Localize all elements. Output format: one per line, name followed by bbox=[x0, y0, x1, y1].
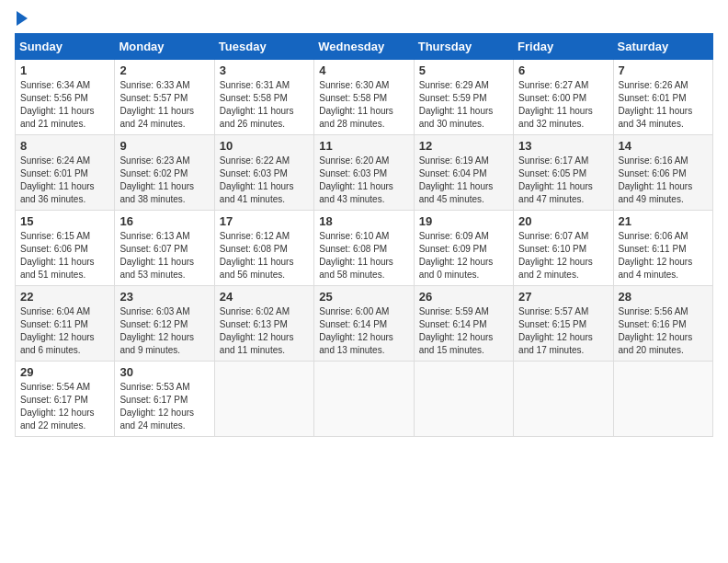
day-info: Sunrise: 6:31 AM Sunset: 5:58 PM Dayligh… bbox=[220, 79, 309, 131]
sunrise-label: Sunrise: 6:03 AM bbox=[119, 306, 189, 316]
calendar-day-cell bbox=[613, 362, 712, 437]
daylight-label: Daylight: 12 hours and 2 minutes. bbox=[518, 257, 593, 280]
day-info: Sunrise: 6:20 AM Sunset: 6:03 PM Dayligh… bbox=[319, 155, 408, 206]
sunset-label: Sunset: 6:01 PM bbox=[619, 93, 687, 103]
sunrise-label: Sunrise: 6:09 AM bbox=[419, 231, 489, 241]
day-number: 2 bbox=[119, 63, 209, 77]
day-info: Sunrise: 5:54 AM Sunset: 6:17 PM Dayligh… bbox=[20, 381, 109, 432]
calendar-day-cell: 27 Sunrise: 5:57 AM Sunset: 6:15 PM Dayl… bbox=[514, 286, 613, 362]
daylight-label: Daylight: 12 hours and 22 minutes. bbox=[20, 408, 95, 431]
calendar-day-cell: 17 Sunrise: 6:12 AM Sunset: 6:08 PM Dayl… bbox=[214, 211, 313, 286]
calendar-day-cell: 12 Sunrise: 6:19 AM Sunset: 6:04 PM Dayl… bbox=[414, 135, 513, 211]
sunset-label: Sunset: 6:17 PM bbox=[20, 395, 88, 405]
calendar-header-row: SundayMondayTuesdayWednesdayThursdayFrid… bbox=[16, 34, 713, 60]
sunrise-label: Sunrise: 6:06 AM bbox=[619, 231, 688, 241]
sunset-label: Sunset: 6:17 PM bbox=[119, 395, 188, 405]
calendar-week-row: 29 Sunrise: 5:54 AM Sunset: 6:17 PM Dayl… bbox=[16, 362, 713, 437]
day-number: 5 bbox=[419, 63, 508, 77]
sunrise-label: Sunrise: 6:34 AM bbox=[20, 80, 90, 90]
day-number: 24 bbox=[220, 290, 309, 304]
calendar-day-cell: 20 Sunrise: 6:07 AM Sunset: 6:10 PM Dayl… bbox=[514, 211, 613, 286]
daylight-label: Daylight: 12 hours and 17 minutes. bbox=[518, 332, 593, 355]
sunrise-label: Sunrise: 6:31 AM bbox=[220, 80, 290, 90]
calendar-day-cell: 3 Sunrise: 6:31 AM Sunset: 5:58 PM Dayli… bbox=[214, 60, 313, 135]
calendar-day-cell: 7 Sunrise: 6:26 AM Sunset: 6:01 PM Dayli… bbox=[613, 60, 712, 135]
daylight-label: Daylight: 11 hours and 36 minutes. bbox=[20, 181, 95, 204]
day-number: 26 bbox=[419, 290, 508, 304]
sunset-label: Sunset: 6:09 PM bbox=[419, 244, 487, 254]
calendar-day-cell: 24 Sunrise: 6:02 AM Sunset: 6:13 PM Dayl… bbox=[214, 286, 313, 362]
day-number: 25 bbox=[319, 290, 408, 304]
logo-arrow-icon bbox=[17, 11, 28, 26]
sunrise-label: Sunrise: 6:13 AM bbox=[119, 231, 189, 241]
calendar-week-row: 15 Sunrise: 6:15 AM Sunset: 6:06 PM Dayl… bbox=[16, 211, 713, 286]
sunrise-label: Sunrise: 6:29 AM bbox=[419, 80, 489, 90]
day-number: 23 bbox=[119, 290, 209, 304]
day-info: Sunrise: 5:57 AM Sunset: 6:15 PM Dayligh… bbox=[518, 305, 608, 357]
sunset-label: Sunset: 6:03 PM bbox=[319, 168, 387, 178]
weekday-header: Thursday bbox=[414, 34, 513, 60]
calendar-week-row: 8 Sunrise: 6:24 AM Sunset: 6:01 PM Dayli… bbox=[16, 135, 713, 211]
day-info: Sunrise: 6:06 AM Sunset: 6:11 PM Dayligh… bbox=[619, 230, 708, 282]
calendar-day-cell: 28 Sunrise: 5:56 AM Sunset: 6:16 PM Dayl… bbox=[613, 286, 712, 362]
calendar-day-cell: 10 Sunrise: 6:22 AM Sunset: 6:03 PM Dayl… bbox=[214, 135, 313, 211]
day-info: Sunrise: 6:17 AM Sunset: 6:05 PM Dayligh… bbox=[518, 155, 608, 206]
day-info: Sunrise: 6:03 AM Sunset: 6:12 PM Dayligh… bbox=[119, 305, 209, 357]
daylight-label: Daylight: 11 hours and 53 minutes. bbox=[119, 257, 194, 280]
sunrise-label: Sunrise: 6:27 AM bbox=[518, 80, 588, 90]
daylight-label: Daylight: 11 hours and 30 minutes. bbox=[419, 106, 494, 129]
sunrise-label: Sunrise: 6:33 AM bbox=[119, 80, 189, 90]
sunset-label: Sunset: 6:14 PM bbox=[419, 319, 487, 329]
sunrise-label: Sunrise: 6:23 AM bbox=[119, 155, 189, 166]
sunset-label: Sunset: 5:58 PM bbox=[319, 93, 387, 103]
calendar-day-cell: 26 Sunrise: 5:59 AM Sunset: 6:14 PM Dayl… bbox=[414, 286, 513, 362]
calendar-day-cell: 4 Sunrise: 6:30 AM Sunset: 5:58 PM Dayli… bbox=[314, 60, 414, 135]
sunset-label: Sunset: 6:15 PM bbox=[518, 319, 586, 329]
day-number: 27 bbox=[518, 290, 608, 304]
calendar-day-cell: 2 Sunrise: 6:33 AM Sunset: 5:57 PM Dayli… bbox=[115, 60, 214, 135]
sunset-label: Sunset: 6:02 PM bbox=[119, 168, 188, 178]
daylight-label: Daylight: 11 hours and 51 minutes. bbox=[20, 257, 95, 280]
day-number: 18 bbox=[319, 214, 408, 228]
page-header bbox=[15, 15, 713, 26]
day-number: 30 bbox=[119, 365, 209, 379]
sunrise-label: Sunrise: 6:24 AM bbox=[20, 155, 90, 166]
calendar-day-cell: 9 Sunrise: 6:23 AM Sunset: 6:02 PM Dayli… bbox=[115, 135, 214, 211]
daylight-label: Daylight: 12 hours and 11 minutes. bbox=[220, 332, 294, 355]
day-number: 12 bbox=[419, 139, 508, 153]
sunset-label: Sunset: 5:56 PM bbox=[20, 93, 88, 103]
day-info: Sunrise: 6:26 AM Sunset: 6:01 PM Dayligh… bbox=[619, 79, 708, 131]
day-number: 1 bbox=[20, 63, 109, 77]
daylight-label: Daylight: 11 hours and 47 minutes. bbox=[518, 181, 593, 204]
sunset-label: Sunset: 6:11 PM bbox=[619, 244, 687, 254]
sunset-label: Sunset: 6:08 PM bbox=[220, 244, 288, 254]
day-info: Sunrise: 6:24 AM Sunset: 6:01 PM Dayligh… bbox=[20, 155, 109, 206]
day-number: 10 bbox=[220, 139, 309, 153]
calendar-week-row: 1 Sunrise: 6:34 AM Sunset: 5:56 PM Dayli… bbox=[16, 60, 713, 135]
sunset-label: Sunset: 6:14 PM bbox=[319, 319, 387, 329]
day-number: 20 bbox=[518, 214, 608, 228]
calendar-day-cell: 13 Sunrise: 6:17 AM Sunset: 6:05 PM Dayl… bbox=[514, 135, 613, 211]
calendar-day-cell: 30 Sunrise: 5:53 AM Sunset: 6:17 PM Dayl… bbox=[115, 362, 214, 437]
daylight-label: Daylight: 11 hours and 41 minutes. bbox=[220, 181, 294, 204]
sunset-label: Sunset: 6:12 PM bbox=[119, 319, 188, 329]
day-info: Sunrise: 5:53 AM Sunset: 6:17 PM Dayligh… bbox=[119, 381, 209, 432]
sunrise-label: Sunrise: 6:00 AM bbox=[319, 306, 389, 316]
sunrise-label: Sunrise: 6:16 AM bbox=[619, 155, 688, 166]
sunrise-label: Sunrise: 6:19 AM bbox=[419, 155, 489, 166]
daylight-label: Daylight: 11 hours and 21 minutes. bbox=[20, 106, 95, 129]
day-number: 8 bbox=[20, 139, 109, 153]
sunset-label: Sunset: 6:16 PM bbox=[619, 319, 687, 329]
day-info: Sunrise: 6:30 AM Sunset: 5:58 PM Dayligh… bbox=[319, 79, 408, 131]
day-info: Sunrise: 6:19 AM Sunset: 6:04 PM Dayligh… bbox=[419, 155, 508, 206]
sunset-label: Sunset: 6:07 PM bbox=[119, 244, 188, 254]
daylight-label: Daylight: 12 hours and 20 minutes. bbox=[619, 332, 693, 355]
sunrise-label: Sunrise: 5:54 AM bbox=[20, 382, 90, 392]
calendar-day-cell: 23 Sunrise: 6:03 AM Sunset: 6:12 PM Dayl… bbox=[115, 286, 214, 362]
sunrise-label: Sunrise: 6:10 AM bbox=[319, 231, 389, 241]
day-info: Sunrise: 6:22 AM Sunset: 6:03 PM Dayligh… bbox=[220, 155, 309, 206]
day-number: 16 bbox=[119, 214, 209, 228]
calendar-day-cell: 22 Sunrise: 6:04 AM Sunset: 6:11 PM Dayl… bbox=[16, 286, 115, 362]
sunset-label: Sunset: 6:05 PM bbox=[518, 168, 586, 178]
day-number: 13 bbox=[518, 139, 608, 153]
